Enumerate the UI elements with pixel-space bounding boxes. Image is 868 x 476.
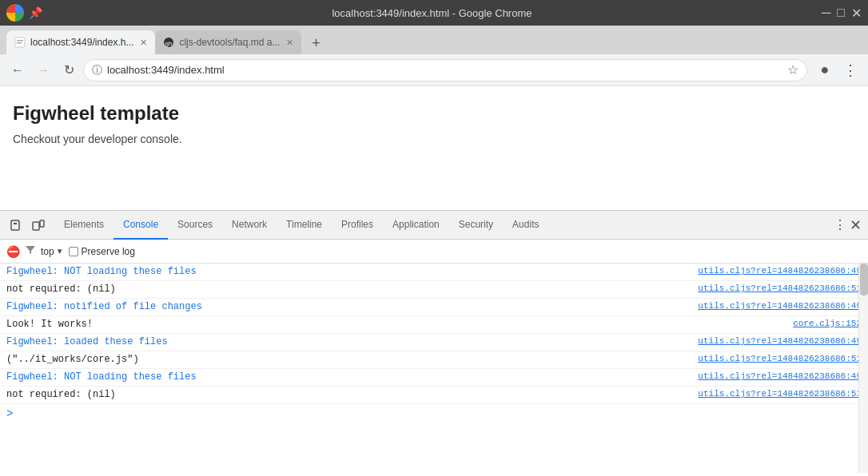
svg-rect-1 <box>17 40 23 42</box>
tab-github[interactable]: gh cljs-devtools/faq.md a... ✕ <box>155 30 301 54</box>
scrollbar-thumb[interactable] <box>860 264 868 296</box>
devtools-tabs-container: ElementsConsoleSourcesNetworkTimelinePro… <box>54 211 548 240</box>
minimize-button[interactable]: ─ <box>822 6 830 20</box>
tab-localhost[interactable]: localhost:3449/index.h... ✕ <box>6 30 155 54</box>
console-row-text: Figwheel: loaded these files <box>6 336 698 347</box>
console-row-link[interactable]: core.cljs:152 <box>793 319 862 328</box>
console-row: Figwheel: NOT loading these filesutils.c… <box>0 264 868 281</box>
devtools-tab-application[interactable]: Application <box>383 211 449 240</box>
console-row: not required: (nil)utils.cljs?rel=148482… <box>0 387 868 404</box>
github-favicon-icon: gh <box>163 37 174 48</box>
svg-rect-7 <box>33 222 39 230</box>
console-row: Figwheel: NOT loading these filesutils.c… <box>0 369 868 387</box>
inspect-element-button[interactable] <box>6 216 26 235</box>
devtools-tab-sources[interactable]: Sources <box>168 211 222 240</box>
chevron-down-icon: ▼ <box>56 247 64 256</box>
devtools-tab-security[interactable]: Security <box>449 211 503 240</box>
svg-rect-8 <box>40 220 44 227</box>
page-title: Figwheel template <box>13 102 855 125</box>
svg-rect-5 <box>11 220 19 230</box>
device-toolbar-button[interactable] <box>29 216 48 235</box>
new-tab-button[interactable]: + <box>305 32 327 54</box>
reload-button[interactable]: ↻ <box>58 59 80 81</box>
context-selector[interactable]: top ▼ <box>41 246 64 257</box>
clear-console-button[interactable]: ⛔ <box>6 245 20 258</box>
console-row-text: not required: (nil) <box>6 389 698 400</box>
console-row-link[interactable]: utils.cljs?rel=1484826238686:49 <box>698 266 862 276</box>
devtools-tab-console[interactable]: Console <box>113 211 168 240</box>
back-button[interactable]: ← <box>6 59 29 81</box>
console-row-text: Figwheel: notified of file changes <box>6 301 698 312</box>
console-row: not required: (nil)utils.cljs?rel=148482… <box>0 281 868 299</box>
window-title: localhost:3449/index.html - Google Chrom… <box>332 7 532 19</box>
devtools-tab-profiles[interactable]: Profiles <box>332 211 383 240</box>
extensions-button[interactable]: ● <box>814 59 836 81</box>
menu-button[interactable]: ⋮ <box>839 59 862 81</box>
console-prompt[interactable]: > <box>0 404 868 423</box>
console-output[interactable]: Figwheel: NOT loading these filesutils.c… <box>0 264 868 473</box>
console-row-link[interactable]: utils.cljs?rel=1484826238686:49 <box>698 371 862 381</box>
tab-close-icon[interactable]: ✕ <box>286 38 293 48</box>
tab-close-icon[interactable]: ✕ <box>140 38 147 48</box>
console-scrollbar[interactable] <box>858 264 868 473</box>
chrome-os-bar-left: 📌 <box>6 4 42 22</box>
console-row-link[interactable]: utils.cljs?rel=1484826238686:49 <box>698 336 862 346</box>
svg-rect-2 <box>17 42 22 44</box>
chrome-os-bar-right: ─ □ ✕ <box>822 6 862 21</box>
console-row-text: not required: (nil) <box>6 284 698 295</box>
maximize-button[interactable]: □ <box>837 6 845 20</box>
device-icon <box>32 219 45 232</box>
devtools-panel: ElementsConsoleSourcesNetworkTimelinePro… <box>0 210 868 473</box>
bookmark-icon[interactable]: ☆ <box>787 62 798 77</box>
console-row-link[interactable]: utils.cljs?rel=1484826238686:51 <box>698 389 862 399</box>
devtools-tab-timeline[interactable]: Timeline <box>277 211 332 240</box>
chrome-pin-icon: 📌 <box>29 6 42 19</box>
context-label: top <box>41 246 54 257</box>
filter-icon <box>25 244 36 256</box>
svg-text:gh: gh <box>165 40 173 47</box>
address-toolbar: ← → ↻ ⓘ localhost:3449/index.html ☆ ● ⋮ <box>0 54 868 86</box>
toolbar-right: ● ⋮ <box>814 59 862 81</box>
console-row-link[interactable]: utils.cljs?rel=1484826238686:49 <box>698 301 862 311</box>
devtools-tab-elements[interactable]: Elements <box>54 211 113 240</box>
preserve-log-checkbox-row[interactable]: Preserve log <box>69 246 135 257</box>
svg-rect-6 <box>14 223 17 224</box>
console-toolbar: ⛔ top ▼ Preserve log <box>0 240 868 264</box>
preserve-log-label: Preserve log <box>82 246 135 257</box>
chrome-os-bar: 📌 localhost:3449/index.html - Google Chr… <box>0 0 868 26</box>
console-row-text: Figwheel: NOT loading these files <box>6 266 698 277</box>
devtools-tabs-right: ⋮ ✕ <box>830 216 865 234</box>
console-row-text: Figwheel: NOT loading these files <box>6 371 698 383</box>
devtools-icons <box>3 216 51 235</box>
console-row: Look! It works!core.cljs:152 <box>0 316 868 334</box>
devtools-more-button[interactable]: ⋮ <box>834 217 846 232</box>
devtools-close-button[interactable]: ✕ <box>850 216 862 234</box>
devtools-tab-audits[interactable]: Audits <box>503 211 548 240</box>
console-row-link[interactable]: utils.cljs?rel=1484826238686:51 <box>698 354 862 363</box>
console-row-text: ("../it_works/core.js") <box>6 354 698 365</box>
tab-label: localhost:3449/index.h... <box>30 37 133 48</box>
cursor-icon <box>10 219 22 232</box>
forward-button[interactable]: → <box>32 59 54 81</box>
devtools-tab-network[interactable]: Network <box>222 211 277 240</box>
page-favicon-icon <box>14 37 26 48</box>
close-button[interactable]: ✕ <box>851 6 862 21</box>
console-row: ("../it_works/core.js")utils.cljs?rel=14… <box>0 351 868 369</box>
secure-icon: ⓘ <box>92 63 102 77</box>
address-bar[interactable]: ⓘ localhost:3449/index.html ☆ <box>83 59 807 81</box>
page-subtitle: Checkout your developer console. <box>13 133 855 145</box>
console-row-text: Look! It works! <box>6 319 793 330</box>
page-content: Figwheel template Checkout your develope… <box>0 86 868 210</box>
console-row-link[interactable]: utils.cljs?rel=1484826238686:51 <box>698 284 862 293</box>
prompt-arrow-icon: > <box>6 407 13 420</box>
tab-label: cljs-devtools/faq.md a... <box>179 37 280 48</box>
console-row: Figwheel: notified of file changesutils.… <box>0 299 868 316</box>
devtools-tab-bar: ElementsConsoleSourcesNetworkTimelinePro… <box>0 211 868 240</box>
preserve-log-checkbox[interactable] <box>69 247 78 256</box>
console-rows: Figwheel: NOT loading these filesutils.c… <box>0 264 868 404</box>
address-text: localhost:3449/index.html <box>107 64 782 76</box>
console-row: Figwheel: loaded these filesutils.cljs?r… <box>0 334 868 351</box>
chrome-logo-icon <box>6 4 24 22</box>
filter-button[interactable] <box>25 244 36 258</box>
tab-bar: localhost:3449/index.h... ✕ gh cljs-devt… <box>0 26 868 54</box>
